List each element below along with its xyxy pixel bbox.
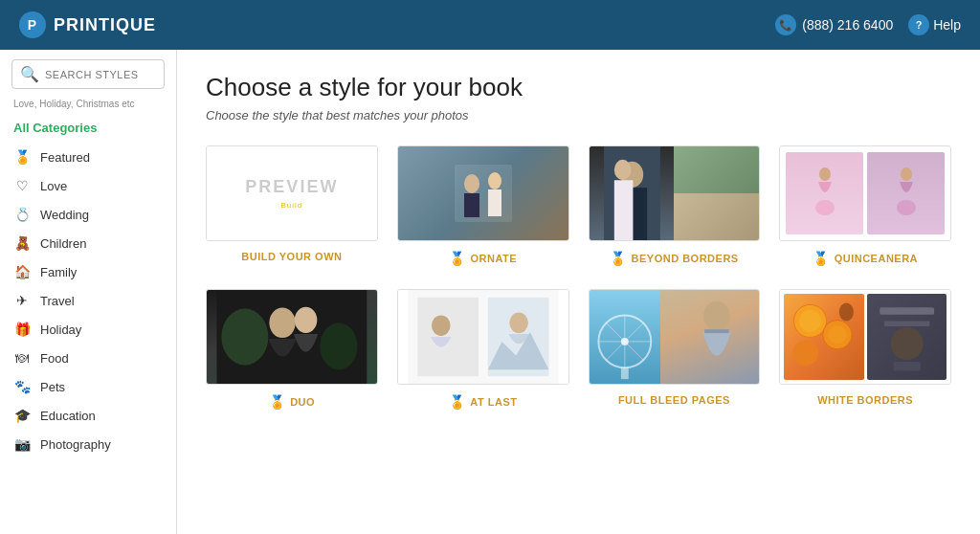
- wb-right: [867, 294, 947, 380]
- svg-point-21: [432, 315, 451, 336]
- phone-icon: 📞: [775, 14, 796, 35]
- quince-figure-1: [811, 165, 839, 222]
- svg-point-8: [613, 160, 631, 181]
- style-label-at-last: 🏅 AT LAST: [449, 394, 518, 410]
- search-input[interactable]: [45, 69, 156, 80]
- medal-icon-ornate: 🏅: [449, 251, 466, 266]
- wedding-right-bottom: [674, 193, 759, 240]
- style-card-quinceanera[interactable]: 🏅 QUINCEANERA: [779, 145, 951, 266]
- sidebar-item-label: Holiday: [40, 323, 81, 337]
- style-label-quinceanera: 🏅 QUINCEANERA: [813, 251, 918, 266]
- sidebar-item-label: Pets: [40, 380, 65, 394]
- svg-point-34: [799, 310, 821, 332]
- search-icon: 🔍: [20, 65, 39, 83]
- style-thumb-build-your-own: PREVIEW Build: [206, 145, 378, 241]
- header-right: 📞 (888) 216 6400 ? Help: [775, 14, 961, 35]
- full-bleed-text: FULL BLEED PAGES: [618, 394, 730, 406]
- pets-icon: 🐾: [13, 378, 31, 395]
- sidebar-item-education[interactable]: 🎓 Education: [0, 401, 176, 430]
- style-thumb-beyond-borders: [589, 145, 761, 241]
- sidebar-item-love[interactable]: ♡ Love: [0, 171, 176, 200]
- content-area: Choose a style for your book Choose the …: [177, 50, 980, 534]
- medal-icon-beyond: 🏅: [610, 251, 627, 266]
- sidebar-item-label: Family: [40, 265, 77, 279]
- fullbleed-right: [660, 290, 759, 384]
- svg-rect-32: [704, 329, 728, 333]
- svg-point-38: [839, 302, 854, 321]
- style-label-full-bleed: FULL BLEED PAGES: [618, 394, 730, 406]
- at-last-text: AT LAST: [470, 396, 517, 408]
- svg-rect-39: [880, 307, 934, 315]
- style-card-at-last[interactable]: 🏅 AT LAST: [397, 289, 569, 410]
- sidebar-item-label: Food: [40, 351, 69, 366]
- svg-point-13: [897, 200, 916, 215]
- svg-rect-0: [455, 165, 512, 222]
- beyond-borders-thumb: [590, 146, 760, 240]
- style-card-build-your-own[interactable]: PREVIEW Build BUILD YOUR OWN: [206, 145, 378, 266]
- sidebar-item-pets[interactable]: 🐾 Pets: [0, 372, 176, 401]
- style-card-ornate[interactable]: 🏅 ORNATE: [397, 145, 569, 266]
- holiday-icon: 🎁: [13, 321, 31, 338]
- style-card-white-borders[interactable]: WHITE BORDERS: [779, 289, 951, 410]
- svg-point-12: [901, 167, 912, 181]
- couple-svg: [445, 160, 522, 227]
- ferris-wheel-svg: [590, 290, 661, 384]
- quince-img-1: [786, 152, 863, 234]
- search-box[interactable]: 🔍: [11, 59, 165, 89]
- atlast-svg: [398, 290, 568, 384]
- svg-point-23: [509, 313, 528, 334]
- medal-icon-duo: 🏅: [269, 394, 286, 410]
- education-icon: 🎓: [13, 407, 31, 424]
- family-icon: 🏠: [13, 263, 31, 280]
- svg-point-18: [320, 323, 357, 369]
- style-card-duo[interactable]: 🏅 DUO: [206, 289, 378, 410]
- logo-text: PRINTIQUE: [54, 15, 156, 35]
- sidebar-item-children[interactable]: 🧸 Children: [0, 229, 176, 257]
- duo-thumb: [207, 290, 377, 384]
- whiteborders-thumb: [780, 290, 950, 384]
- wb-left: [784, 294, 863, 380]
- svg-point-15: [269, 308, 295, 338]
- dark-items-svg: [867, 294, 947, 380]
- style-label-white-borders: WHITE BORDERS: [817, 394, 913, 406]
- style-label-duo: 🏅 DUO: [269, 394, 315, 410]
- help-icon: ?: [908, 14, 929, 35]
- help-button[interactable]: ? Help: [908, 14, 961, 35]
- style-thumb-quinceanera: [779, 145, 951, 241]
- help-label: Help: [933, 17, 961, 33]
- sidebar-item-label: Photography: [40, 437, 111, 452]
- styles-grid: PREVIEW Build BUILD YOUR OWN: [206, 145, 951, 410]
- style-thumb-full-bleed: [589, 289, 761, 385]
- sidebar-item-travel[interactable]: ✈ Travel: [0, 286, 176, 315]
- preview-sub: Build: [280, 201, 302, 210]
- sidebar-item-holiday[interactable]: 🎁 Holiday: [0, 315, 176, 344]
- wedding-right: [674, 146, 759, 240]
- sidebar-item-label: Travel: [40, 294, 75, 308]
- sidebar-item-family[interactable]: 🏠 Family: [0, 257, 176, 286]
- sidebar-item-label: Education: [40, 409, 96, 423]
- header-phone: 📞 (888) 216 6400: [775, 14, 893, 35]
- svg-point-41: [890, 327, 923, 360]
- page-title: Choose a style for your book: [206, 73, 951, 102]
- sidebar-item-wedding[interactable]: 💍 Wedding: [0, 200, 176, 229]
- quince-img-2: [867, 152, 945, 234]
- white-borders-text: WHITE BORDERS: [817, 394, 913, 406]
- svg-rect-9: [613, 180, 633, 240]
- style-card-full-bleed[interactable]: FULL BLEED PAGES: [589, 289, 761, 410]
- person-svg: [660, 290, 759, 384]
- svg-rect-4: [488, 189, 501, 216]
- svg-point-16: [295, 307, 318, 333]
- sidebar-item-photography[interactable]: 📷 Photography: [0, 430, 176, 458]
- style-card-beyond-borders[interactable]: 🏅 BEYOND BORDERS: [589, 145, 761, 266]
- sidebar-item-featured[interactable]: 🏅 Featured: [0, 143, 176, 171]
- photography-icon: 📷: [13, 435, 31, 453]
- wedding-right-top: [674, 146, 759, 193]
- style-thumb-white-borders: [779, 289, 951, 385]
- quince-figure-2: [892, 165, 921, 222]
- sidebar-item-food[interactable]: 🍽 Food: [0, 344, 176, 372]
- svg-point-36: [829, 325, 847, 344]
- style-label-beyond-borders: 🏅 BEYOND BORDERS: [610, 251, 739, 266]
- svg-rect-30: [620, 367, 628, 379]
- medal-icon-atlast: 🏅: [449, 394, 466, 410]
- quince-thumb: [780, 146, 950, 240]
